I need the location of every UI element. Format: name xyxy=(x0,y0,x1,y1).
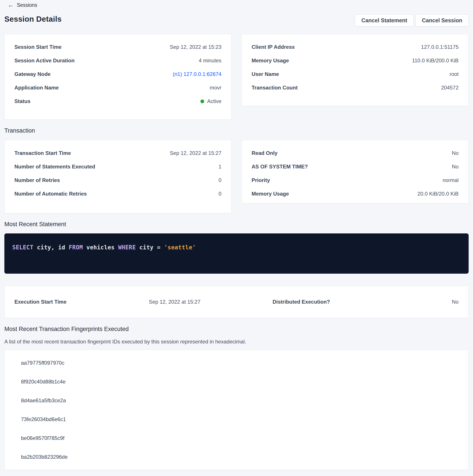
statements-executed-value: 1 xyxy=(219,164,221,170)
application-name-label: Application Name xyxy=(15,85,59,91)
session-start-time-value: Sep 12, 2022 at 15:23 xyxy=(170,44,221,50)
memory-usage-value: 110.0 KiB/200.0 KiB xyxy=(412,58,458,64)
fingerprint-item: be06e9570f785c9f xyxy=(21,429,458,448)
session-start-time-label: Session Start Time xyxy=(15,44,62,50)
execution-start-time-value: Sep 12, 2022 at 15:27 xyxy=(149,299,200,305)
client-ip-label: Client IP Address xyxy=(252,44,295,50)
read-only-label: Read Only xyxy=(252,150,277,156)
transaction-section-heading: Transaction xyxy=(4,127,469,134)
info-row: Status Active xyxy=(15,95,221,108)
info-row: Number of Retries 0 xyxy=(15,173,221,187)
user-name-label: User Name xyxy=(252,71,279,77)
info-row: Application Name movr xyxy=(15,81,221,95)
sql-identifiers: city, id xyxy=(33,244,69,251)
info-row: Session Start Time Sep 12, 2022 at 15:23 xyxy=(15,40,221,54)
info-row: Memory Usage 110.0 KiB/200.0 KiB xyxy=(252,54,458,67)
session-active-duration-value: 4 minutes xyxy=(199,58,221,64)
info-row: AS OF SYSTEM TIME? No xyxy=(252,160,458,173)
fingerprints-card: aa79775ff097970c 8f920c40d88b1c4e 8d4ae6… xyxy=(4,350,469,470)
back-arrow-icon: ← xyxy=(8,2,14,8)
transaction-count-label: Transaction Count xyxy=(252,85,298,91)
sql-statement-text: SELECT city, id FROM vehicles WHERE city… xyxy=(12,244,196,251)
sql-keyword: WHERE xyxy=(118,244,136,251)
session-active-duration-label: Session Active Duration xyxy=(15,58,75,64)
transaction-start-time-label: Transaction Start Time xyxy=(15,150,71,156)
session-summary-row: Session Start Time Sep 12, 2022 at 15:23… xyxy=(4,34,469,120)
sql-string-literal: 'seattle' xyxy=(164,244,196,251)
fingerprints-description: A list of the most recent transaction fi… xyxy=(4,339,469,345)
info-row: Priority normal xyxy=(252,173,458,187)
info-row: Gateway Node (n1) 127.0.0.1:62674 xyxy=(15,67,221,81)
fingerprints-section-heading: Most Recent Transaction Fingerprints Exe… xyxy=(4,326,469,333)
txn-memory-usage-label: Memory Usage xyxy=(252,191,289,197)
sql-identifiers: city = xyxy=(136,244,164,251)
status-active-dot-icon xyxy=(200,100,204,103)
retries-value: 0 xyxy=(219,177,221,183)
info-row: Memory Usage 20.0 KiB/20.0 KiB xyxy=(252,187,458,201)
info-row: Session Active Duration 4 minutes xyxy=(15,54,221,67)
as-of-system-time-label: AS OF SYSTEM TIME? xyxy=(252,164,308,170)
back-link-label: Sessions xyxy=(17,2,37,8)
priority-value: normal xyxy=(443,177,458,183)
distributed-execution-value: No xyxy=(452,299,458,305)
page-actions: Cancel Statement Cancel Session xyxy=(355,15,469,26)
sql-keyword: FROM xyxy=(69,244,83,251)
read-only-value: No xyxy=(452,150,458,156)
cancel-statement-button[interactable]: Cancel Statement xyxy=(355,15,414,26)
transaction-row: Transaction Start Time Sep 12, 2022 at 1… xyxy=(4,140,469,213)
back-link[interactable]: ← Sessions xyxy=(8,2,37,8)
transaction-card-right: Read Only No AS OF SYSTEM TIME? No Prior… xyxy=(242,140,469,204)
session-info-card-right: Client IP Address 127.0.0.1:51175 Memory… xyxy=(242,34,469,106)
fingerprint-item: aa79775ff097970c xyxy=(21,354,458,372)
session-info-card-left: Session Start Time Sep 12, 2022 at 15:23… xyxy=(4,34,231,120)
info-row: Client IP Address 127.0.0.1:51175 xyxy=(252,40,458,54)
execution-card: Execution Start Time Sep 12, 2022 at 15:… xyxy=(4,286,469,318)
info-row: Transaction Count 204572 xyxy=(252,81,458,95)
distributed-execution-label: Distributed Execution? xyxy=(273,299,330,305)
txn-memory-usage-value: 20.0 KiB/20.0 KiB xyxy=(418,191,458,197)
page-title: Session Details xyxy=(4,15,62,24)
status-label: Status xyxy=(15,98,30,104)
fingerprint-item: 8f920c40d88b1c4e xyxy=(21,372,458,391)
fingerprint-item: ba2b203b823296de xyxy=(21,448,458,466)
status-badge: Active xyxy=(200,98,221,104)
gateway-node-label: Gateway Node xyxy=(15,71,50,77)
transaction-start-time-value: Sep 12, 2022 at 15:27 xyxy=(170,150,221,156)
transaction-card-left: Transaction Start Time Sep 12, 2022 at 1… xyxy=(4,140,231,213)
memory-usage-label: Memory Usage xyxy=(252,58,289,64)
info-row: Number of Statements Executed 1 xyxy=(15,160,221,173)
sql-identifiers: vehicles xyxy=(83,244,118,251)
fingerprint-item: 73fe26034bd6e6c1 xyxy=(21,410,458,429)
user-name-value: root xyxy=(450,71,458,77)
priority-label: Priority xyxy=(252,177,270,183)
sql-keyword: SELECT xyxy=(12,244,33,251)
as-of-system-time-value: No xyxy=(452,164,458,170)
cancel-session-button[interactable]: Cancel Session xyxy=(416,15,469,26)
info-row: Distributed Execution? No xyxy=(273,299,458,305)
statements-executed-label: Number of Statements Executed xyxy=(15,164,95,170)
application-name-value: movr xyxy=(210,85,221,91)
transaction-count-value: 204572 xyxy=(441,85,458,91)
sql-statement-box: SELECT city, id FROM vehicles WHERE city… xyxy=(4,233,469,274)
info-row: User Name root xyxy=(252,67,458,81)
info-row: Read Only No xyxy=(252,146,458,160)
breadcrumb: ← Sessions xyxy=(4,2,469,8)
client-ip-value: 127.0.0.1:51175 xyxy=(421,44,458,50)
fingerprint-item: 8d4ae61a5fb3ce2a xyxy=(21,391,458,410)
gateway-node-link[interactable]: (n1) 127.0.0.1:62674 xyxy=(173,71,221,77)
retries-label: Number of Retries xyxy=(15,177,60,183)
statement-section-heading: Most Recent Statement xyxy=(4,221,469,228)
info-row: Number of Automatic Retries 0 xyxy=(15,187,221,201)
automatic-retries-value: 0 xyxy=(219,191,221,197)
status-value: Active xyxy=(207,98,221,104)
info-row: Execution Start Time Sep 12, 2022 at 15:… xyxy=(15,299,200,305)
info-row: Transaction Start Time Sep 12, 2022 at 1… xyxy=(15,146,221,160)
execution-start-time-label: Execution Start Time xyxy=(15,299,66,305)
automatic-retries-label: Number of Automatic Retries xyxy=(15,191,87,197)
